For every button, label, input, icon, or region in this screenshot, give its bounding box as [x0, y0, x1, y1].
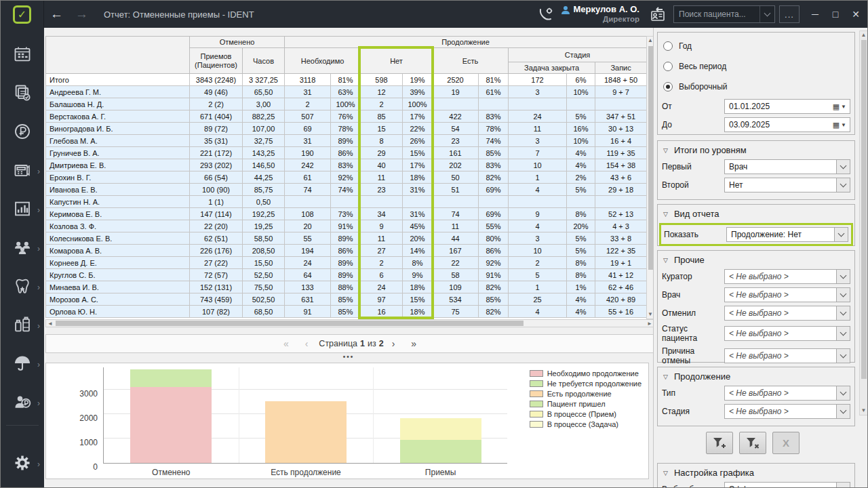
last-page-button[interactable]: » [403, 338, 425, 349]
table-row[interactable]: Круглов С. Б.72 (57)52,506489%69%5891%58… [46, 269, 647, 281]
sidebar-item-insurance[interactable]: › [1, 345, 44, 384]
table-row[interactable]: Глебова М. А.35 (31)32,753189%826%2374%3… [46, 135, 647, 147]
first-page-button[interactable]: « [275, 338, 297, 349]
next-page-button[interactable]: › [384, 338, 403, 349]
level-first-dropdown[interactable]: Врач [724, 159, 850, 174]
forward-button[interactable]: → [69, 7, 94, 22]
panel-scrollbar[interactable]: ▲ ▼ [859, 30, 868, 415]
patient-search-input[interactable] [674, 9, 760, 19]
more-options-button[interactable]: ... [779, 5, 800, 23]
radio-icon[interactable] [663, 62, 673, 71]
phone-settings-icon[interactable] [534, 4, 557, 24]
table-row[interactable]: Балашова Н. Д.2 (2)3,002100%2100% [46, 98, 647, 110]
sidebar-item-warehouse[interactable]: › [1, 306, 44, 345]
col-header-required[interactable]: Необходимо [285, 48, 361, 74]
curator-dropdown[interactable]: < Не выбрано > [724, 269, 850, 284]
search-dropdown-button[interactable] [760, 6, 774, 22]
table-row[interactable]: Корнеев Д. Е.27 (22)15,502489%28%2292%28… [46, 257, 647, 269]
scroll-left-icon[interactable]: ◄ [46, 321, 54, 327]
collapse-icon[interactable]: ▽ [663, 211, 668, 218]
table-row-total[interactable]: Итого3843 (2248)3 327,25311881%59819%252… [46, 74, 647, 86]
collapse-icon[interactable]: ▽ [663, 147, 668, 154]
col-header-task-closed[interactable]: Задача закрыта [509, 62, 595, 74]
back-button[interactable]: ← [44, 7, 69, 22]
patient-card-icon[interactable] [646, 4, 669, 24]
sidebar-item-reports[interactable]: › [1, 190, 44, 229]
patient-status-dropdown[interactable]: < Не выбрано > [724, 326, 850, 341]
table-row[interactable]: Морозов А. С.743 (459)502,5063185%9715%5… [46, 293, 647, 306]
continuation-type-dropdown[interactable]: < Не выбрано > [724, 386, 850, 401]
col-header-appointments[interactable]: Приемов (Пациентов) [190, 48, 243, 74]
collapse-icon[interactable]: ▽ [663, 470, 668, 476]
col-header-hours[interactable]: Часов [243, 48, 285, 74]
export-excel-button[interactable]: X [772, 432, 800, 454]
maximize-button[interactable]: □ [825, 4, 846, 24]
sidebar-item-payments[interactable] [1, 113, 44, 152]
sidebar-item-schedule[interactable] [1, 36, 44, 75]
col-group-continuation[interactable]: Продолжение [285, 37, 647, 48]
period-option-custom[interactable]: Выборочный [663, 79, 850, 95]
calendar-icon[interactable]: ▦ [833, 121, 840, 129]
table-row[interactable]: Верстакова А. Г.671 (404)882,2550776%851… [46, 110, 647, 123]
col-group-stage[interactable]: Стадия [509, 48, 647, 62]
scrollbar-thumb[interactable] [56, 321, 524, 326]
chevron-down-icon[interactable]: ▼ [841, 104, 846, 110]
chart-base-dropdown[interactable]: Эффективность продо... [724, 482, 850, 488]
col-header-name[interactable] [46, 37, 190, 74]
scroll-down-icon[interactable]: ▼ [860, 407, 867, 415]
table-row[interactable]: Комарова А. В.226 (176)208,5019486%2714%… [46, 245, 647, 257]
table-row[interactable]: Андреева Г. М.49 (46)65,503163%1239%1961… [46, 86, 647, 98]
collapse-icon[interactable]: ▽ [663, 373, 668, 380]
table-row[interactable]: Ерохин В. Г.66 (54)44,256192%1118%5082%1… [46, 171, 647, 184]
scroll-up-icon[interactable]: ▲ [860, 31, 867, 39]
cancel-reason-dropdown[interactable]: < Не выбрано > [724, 348, 850, 363]
chevron-down-icon [840, 163, 847, 169]
prev-page-button[interactable]: ‹ [297, 338, 317, 349]
collapse-icon[interactable]: ▽ [663, 257, 668, 264]
col-header-none[interactable]: Нет [361, 48, 433, 74]
table-row[interactable]: Виноградова И. Б.89 (72)107,006978%1522%… [46, 123, 647, 135]
table-row[interactable]: Орлова Ю. Н.107 (82)68,509185%1618%7582%… [46, 306, 647, 318]
table-row[interactable]: Керимова Е. В.147 (114)192,2510873%3431%… [46, 208, 647, 220]
col-header-recorded[interactable]: Запис [595, 62, 647, 74]
continuation-stage-dropdown[interactable]: < Не выбрано > [724, 404, 850, 419]
sidebar-item-salary[interactable]: › [1, 384, 44, 422]
clear-filter-button[interactable] [739, 432, 766, 454]
cancelled-by-dropdown[interactable]: < Не выбрано > [724, 306, 850, 321]
table-row[interactable]: Козлова З. Ф.22 (20)19,252091%945%1155%4… [46, 220, 647, 232]
table-row[interactable]: Капустин Н. А.1 (1)0,50 [46, 196, 647, 208]
splitter-handle[interactable]: ••• [44, 354, 653, 361]
sidebar-item-settings[interactable]: › [1, 445, 44, 483]
date-to-field[interactable]: 03.09.2025 ▦ ▼ [724, 117, 850, 132]
table-horizontal-scrollbar[interactable]: ◄ ► [45, 319, 654, 327]
table-row[interactable]: Колесникова Е. В.62 (51)58,505589%1120%4… [46, 232, 647, 245]
show-dropdown[interactable]: Продолжение: Нет [726, 227, 848, 242]
add-filter-button[interactable] [706, 432, 733, 454]
doctor-dropdown[interactable]: < Не выбрано > [724, 287, 850, 302]
sidebar-item-cash-register[interactable]: › [1, 152, 44, 190]
sidebar-item-visits[interactable] [1, 75, 44, 113]
sidebar-item-treatment[interactable]: › [1, 268, 44, 306]
col-group-cancelled[interactable]: Отменено [190, 37, 285, 48]
period-option-year[interactable]: Год [663, 38, 850, 54]
app-logo[interactable]: ✓ [1, 1, 44, 28]
date-from-field[interactable]: 01.01.2025 ▦ ▼ [724, 99, 850, 114]
table-row[interactable]: Груничев В. А.221 (172)143,2519086%2915%… [46, 147, 647, 159]
scrollbar-thumb[interactable] [861, 40, 867, 379]
calendar-icon[interactable]: ▦ [833, 102, 840, 111]
close-button[interactable]: ✕ [846, 4, 866, 24]
table-row[interactable]: Минаева И. В.152 (131)75,5013388%2418%10… [46, 281, 647, 293]
radio-selected-icon[interactable] [663, 82, 673, 92]
value-cell [509, 196, 567, 208]
current-user[interactable]: Меркулов А. О. Директор [561, 5, 639, 24]
period-option-all[interactable]: Весь период [663, 58, 850, 75]
level-second-dropdown[interactable]: Нет [724, 178, 850, 192]
col-header-exists[interactable]: Есть [433, 48, 509, 74]
chevron-down-icon[interactable]: ▼ [841, 122, 846, 128]
minimize-button[interactable]: ─ [805, 4, 825, 24]
radio-icon[interactable] [663, 41, 673, 51]
value-cell: 20% [403, 232, 433, 245]
sidebar-item-patients[interactable]: › [1, 229, 44, 268]
table-row[interactable]: Дмитриева Е. В.293 (202)146,5024283%4017… [46, 159, 647, 171]
table-row[interactable]: Иванова Е. В.100 (90)85,757474%2331%5169… [46, 184, 647, 196]
